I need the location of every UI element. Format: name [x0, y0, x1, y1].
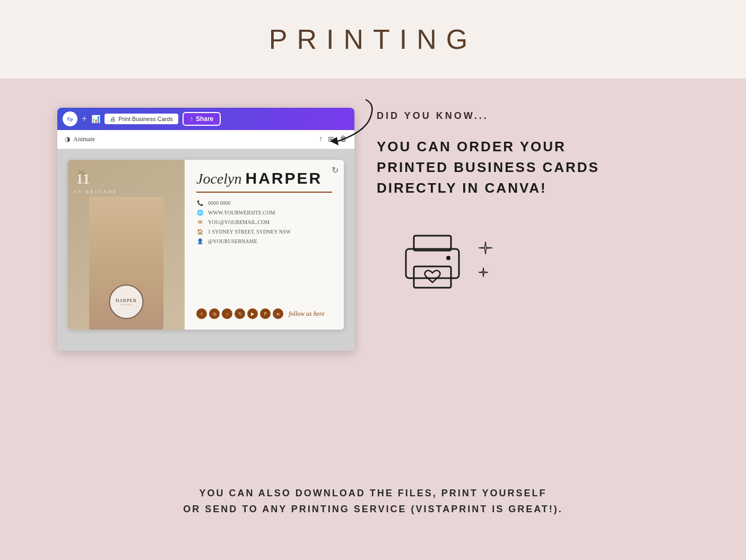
order-text-line1: YOU CAN ORDER YOUR	[377, 136, 711, 157]
card-number: 11	[76, 170, 90, 187]
card-email: ✉ YOU@YOUREMAIL.COM	[196, 219, 332, 225]
printer-icon	[398, 225, 467, 294]
right-content: DID YOU KNOW... YOU CAN ORDER YOUR PRINT…	[377, 110, 711, 294]
browser-mockup: Fp + 📊 🖨 Print Business Cards ↑ Share ◑ …	[57, 108, 354, 351]
card-website: 🌐 WWW.YOURWEBSITE.COM	[196, 210, 332, 216]
printer-container	[398, 225, 711, 294]
arrow-container	[318, 94, 382, 148]
top-section: PRINTING	[0, 0, 746, 79]
canva-logo: Fp	[63, 111, 77, 126]
location-icon: 🏠	[196, 229, 204, 235]
order-text: YOU CAN ORDER YOUR PRINTED BUSINESS CARD…	[377, 136, 711, 199]
card-logo-name: HARPER	[116, 298, 137, 303]
tiktok-icon: ♪	[222, 308, 232, 319]
arrow-svg	[318, 94, 382, 148]
linkedin-icon: in	[273, 308, 283, 319]
svg-rect-3	[414, 266, 451, 288]
page-title: PRINTING	[269, 23, 477, 55]
refresh-icon[interactable]: ↻	[332, 165, 339, 175]
chart-icon[interactable]: 📊	[91, 115, 100, 124]
bottom-text-line2: OR SEND TO ANY PRINTING SERVICE (VISTAPR…	[32, 501, 714, 518]
svg-point-4	[446, 256, 450, 260]
follow-text: follow us here	[289, 310, 325, 318]
business-card: 🌴 11 AS BRIGADE HARPER lifestyle ↻	[68, 160, 344, 330]
sparkles	[478, 240, 493, 279]
share-button[interactable]: ↑ Share	[183, 112, 221, 126]
plus-icon[interactable]: +	[82, 114, 87, 125]
card-first-name: Jocelyn	[196, 170, 242, 187]
card-name-section: Jocelyn HARPER	[196, 170, 332, 193]
card-phone: 📞 0000 0000	[196, 200, 332, 206]
sparkle-top	[478, 240, 493, 256]
browser-content: 🌴 11 AS BRIGADE HARPER lifestyle ↻	[57, 149, 354, 351]
email-icon: ✉	[196, 219, 204, 225]
card-address: 🏠 1 SYDNEY STREET, SYDNEY NSW	[196, 229, 332, 235]
card-logo-circle: HARPER lifestyle	[109, 285, 144, 319]
phone-icon: 📞	[196, 200, 204, 206]
instagram-icon: ◎	[209, 308, 220, 319]
print-business-cards-button[interactable]: 🖨 Print Business Cards	[105, 114, 178, 124]
card-right: ↻ Jocelyn HARPER 📞 0000 0000	[185, 160, 344, 330]
bottom-text: YOU CAN ALSO DOWNLOAD THE FILES, PRINT Y…	[32, 485, 714, 518]
facebook-icon: f	[196, 308, 207, 319]
bottom-text-section: YOU CAN ALSO DOWNLOAD THE FILES, PRINT Y…	[0, 485, 746, 518]
card-username: 👤 @YOURUSERNAME	[196, 238, 332, 244]
main-section: Fp + 📊 🖨 Print Business Cards ↑ Share ◑ …	[0, 79, 746, 560]
animate-button[interactable]: ◑ Animate	[65, 135, 95, 143]
animate-icon: ◑	[65, 135, 70, 143]
card-social-section: f ◎ ♪ 𝕏 ▶ P in follow us here	[196, 308, 332, 319]
youtube-icon: ▶	[247, 308, 258, 319]
bottom-text-line1: YOU CAN ALSO DOWNLOAD THE FILES, PRINT Y…	[32, 485, 714, 502]
browser-toolbar: Fp + 📊 🖨 Print Business Cards ↑ Share	[57, 108, 354, 130]
card-left: 🌴 11 AS BRIGADE HARPER lifestyle	[68, 160, 185, 330]
globe-icon: 🌐	[196, 210, 204, 216]
order-text-line3: DIRECTLY IN CANVA!	[377, 178, 711, 199]
browser-secondary-bar: ◑ Animate ↑ ⊞ 🗑	[57, 130, 354, 149]
print-icon: 🖨	[110, 116, 116, 122]
card-last-name: HARPER	[246, 169, 323, 187]
person-icon: 👤	[196, 238, 204, 244]
did-you-know-text: DID YOU KNOW...	[377, 110, 711, 122]
card-full-name: Jocelyn HARPER	[196, 170, 332, 186]
order-text-line2: PRINTED BUSINESS CARDS	[377, 157, 711, 178]
sparkle-bottom	[478, 267, 489, 279]
pinterest-icon: P	[260, 308, 271, 319]
card-text-overlay: AS BRIGADE	[73, 189, 118, 194]
share-icon: ↑	[190, 115, 193, 123]
twitter-icon: 𝕏	[235, 308, 245, 319]
svg-marker-0	[330, 137, 339, 145]
card-logo-sub: lifestyle	[121, 303, 132, 306]
